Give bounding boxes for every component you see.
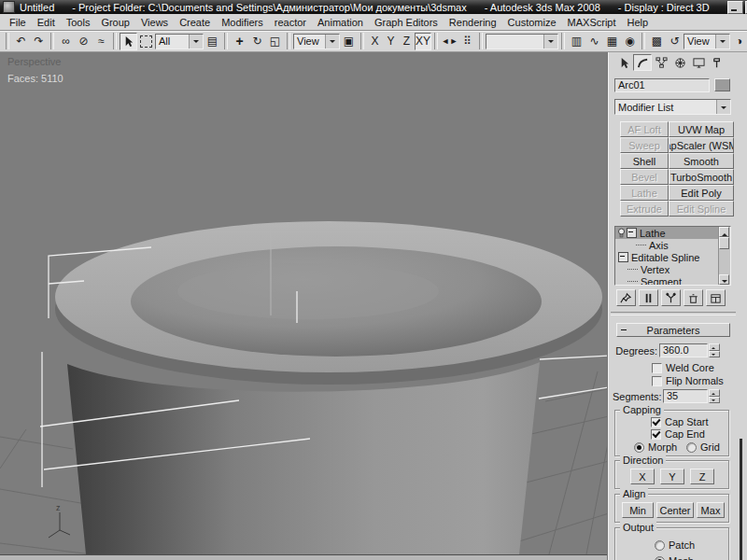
parameters-rollout-header[interactable]: Parameters bbox=[616, 323, 730, 337]
quick-render-icon[interactable]: ◑ bbox=[730, 33, 747, 50]
show-end-result-icon[interactable] bbox=[639, 289, 658, 306]
render-last-icon[interactable]: ↺ bbox=[666, 33, 684, 50]
object-name-field[interactable]: Arc01 bbox=[614, 78, 710, 92]
select-and-rotate-icon[interactable]: ↻ bbox=[248, 33, 266, 50]
menu-customize[interactable]: Customize bbox=[502, 16, 562, 29]
tab-modify[interactable] bbox=[633, 54, 652, 71]
scroll-up-icon[interactable] bbox=[719, 227, 729, 237]
panel-scrollbar-thumb[interactable] bbox=[740, 439, 742, 560]
menu-maxscript[interactable]: MAXScript bbox=[562, 16, 622, 29]
direction-y-button[interactable]: Y bbox=[660, 469, 684, 484]
scroll-thumb[interactable] bbox=[719, 237, 729, 249]
named-selection-sets-combobox[interactable] bbox=[486, 34, 558, 49]
menu-animation[interactable]: Animation bbox=[312, 16, 369, 29]
undo-icon[interactable]: ↶ bbox=[12, 33, 30, 50]
tab-hierarchy[interactable] bbox=[652, 54, 670, 71]
modifier-button-edit-poly[interactable]: Edit Poly bbox=[669, 185, 734, 201]
modifier-list-dropdown[interactable]: Modifier List bbox=[614, 99, 731, 115]
viewport-label[interactable]: Perspective bbox=[7, 56, 61, 67]
use-pivot-point-icon[interactable]: ▣ bbox=[340, 33, 358, 50]
flip-normals-checkbox[interactable] bbox=[652, 376, 662, 386]
output-patch-radio[interactable] bbox=[655, 540, 665, 551]
chevron-down-icon[interactable] bbox=[543, 35, 557, 49]
align-max-button[interactable]: Max bbox=[697, 502, 725, 518]
chevron-down-icon[interactable] bbox=[189, 35, 203, 49]
menu-rendering[interactable]: Rendering bbox=[444, 16, 502, 29]
modifier-button-uvw-map[interactable]: UVW Map bbox=[669, 121, 734, 137]
tab-motion[interactable] bbox=[670, 54, 689, 71]
menu-create[interactable]: Create bbox=[174, 16, 216, 29]
scroll-down-icon[interactable] bbox=[719, 274, 729, 285]
rectangular-selection-region-icon[interactable] bbox=[137, 33, 155, 50]
configure-modifier-sets-icon[interactable] bbox=[706, 289, 726, 306]
select-and-link-icon[interactable]: ∞ bbox=[57, 33, 75, 50]
modifier-button-mapscaler[interactable]: apScaler (WSM bbox=[669, 137, 734, 153]
restrict-xy-plane-button[interactable]: XY bbox=[415, 33, 431, 50]
menu-modifiers[interactable]: Modifiers bbox=[216, 16, 269, 29]
direction-z-button[interactable]: Z bbox=[690, 469, 714, 484]
menu-edit[interactable]: Edit bbox=[32, 16, 61, 29]
bind-to-space-warp-icon[interactable]: ≈ bbox=[92, 33, 110, 50]
modifier-button-shell[interactable]: Shell bbox=[620, 153, 669, 169]
segments-spinner[interactable] bbox=[709, 389, 720, 403]
restrict-z-button[interactable]: Z bbox=[399, 33, 415, 50]
stack-item-lathe[interactable]: Lathe bbox=[615, 227, 730, 239]
modifier-button-turbosmooth[interactable]: TurboSmooth bbox=[669, 169, 734, 185]
tab-display[interactable] bbox=[689, 54, 708, 71]
render-scene-dialog-icon[interactable]: ▩ bbox=[648, 33, 666, 50]
modifier-button-smooth[interactable]: Smooth bbox=[669, 153, 734, 169]
select-object-icon[interactable] bbox=[120, 33, 137, 50]
menu-graph-editors[interactable]: Graph Editors bbox=[369, 16, 444, 29]
stack-item-editable-spline[interactable]: Editable Spline bbox=[615, 251, 730, 263]
collapse-icon[interactable] bbox=[627, 228, 637, 238]
select-and-scale-icon[interactable]: ◱ bbox=[266, 33, 284, 50]
pin-stack-icon[interactable] bbox=[616, 289, 636, 306]
schematic-view-icon[interactable]: ▦ bbox=[603, 33, 621, 50]
menu-help[interactable]: Help bbox=[622, 16, 655, 29]
render-type-combobox[interactable]: View bbox=[684, 34, 730, 49]
select-by-name-icon[interactable]: ▤ bbox=[204, 33, 221, 50]
app-icon[interactable] bbox=[3, 1, 15, 13]
direction-x-button[interactable]: X bbox=[630, 469, 655, 484]
unlink-selection-icon[interactable]: ⊘ bbox=[75, 33, 92, 50]
chevron-down-icon[interactable] bbox=[716, 100, 730, 114]
menu-reactor[interactable]: reactor bbox=[269, 16, 312, 29]
chevron-down-icon[interactable] bbox=[715, 35, 729, 49]
menu-tools[interactable]: Tools bbox=[61, 16, 96, 29]
menu-group[interactable]: Group bbox=[95, 16, 135, 29]
menu-views[interactable]: Views bbox=[135, 16, 174, 29]
make-unique-icon[interactable] bbox=[661, 289, 681, 306]
mirror-icon[interactable]: ◄► bbox=[441, 33, 458, 50]
layer-manager-icon[interactable]: ▥ bbox=[568, 33, 585, 50]
selection-filter-combobox[interactable]: All bbox=[155, 34, 204, 49]
tab-utilities[interactable] bbox=[708, 54, 726, 71]
stack-item-segment[interactable]: Segment bbox=[615, 275, 730, 286]
morph-radio[interactable] bbox=[634, 442, 644, 453]
perspective-viewport[interactable]: z Perspective Faces: 5110 bbox=[0, 52, 608, 560]
align-center-button[interactable]: Center bbox=[656, 502, 694, 518]
chevron-down-icon[interactable] bbox=[325, 35, 339, 49]
restrict-x-button[interactable]: X bbox=[367, 33, 383, 50]
tab-create[interactable] bbox=[614, 54, 633, 71]
cap-end-checkbox[interactable] bbox=[651, 429, 661, 440]
degrees-spinner[interactable] bbox=[709, 343, 720, 357]
degrees-field[interactable]: 360.0 bbox=[659, 343, 708, 357]
reference-coordinate-combobox[interactable]: View bbox=[293, 34, 340, 49]
remove-modifier-icon[interactable] bbox=[684, 289, 703, 306]
stack-scrollbar[interactable] bbox=[718, 227, 730, 285]
segments-field[interactable]: 35 bbox=[663, 389, 708, 403]
material-editor-icon[interactable]: ◉ bbox=[621, 33, 639, 50]
weld-core-checkbox[interactable] bbox=[652, 363, 662, 373]
cap-start-checkbox[interactable] bbox=[651, 417, 661, 427]
object-color-swatch[interactable] bbox=[714, 78, 730, 91]
curve-editor-icon[interactable]: ∿ bbox=[585, 33, 603, 50]
collapse-icon[interactable] bbox=[618, 252, 628, 262]
menu-file[interactable]: File bbox=[4, 16, 32, 29]
align-min-button[interactable]: Min bbox=[622, 502, 654, 518]
redo-icon[interactable]: ↷ bbox=[30, 33, 48, 50]
align-icon[interactable]: ⠿ bbox=[458, 33, 476, 50]
select-and-move-icon[interactable]: + bbox=[231, 33, 248, 50]
stack-item-axis[interactable]: Axis bbox=[615, 239, 730, 251]
output-mesh-radio[interactable] bbox=[655, 556, 665, 560]
stack-item-vertex[interactable]: Vertex bbox=[615, 263, 730, 275]
